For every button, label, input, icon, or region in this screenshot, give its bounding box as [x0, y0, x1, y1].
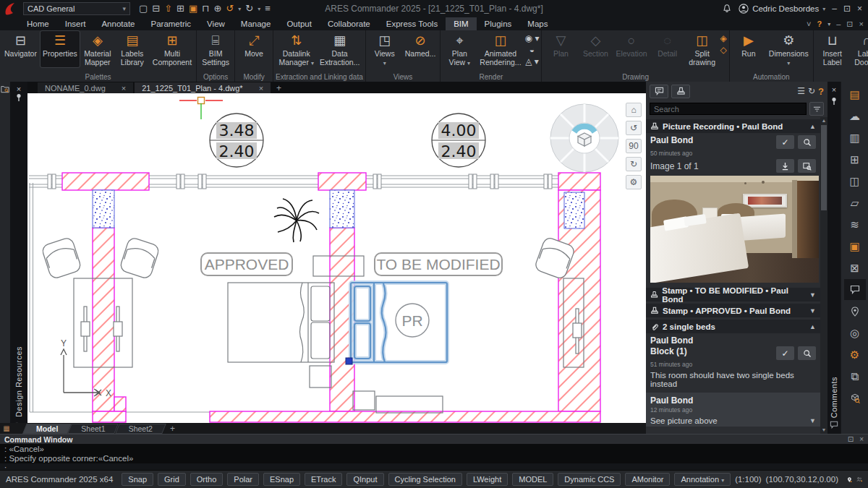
notifications-bell-icon[interactable] — [722, 4, 732, 14]
resolve-button[interactable]: ✓ — [776, 135, 794, 149]
toggle-amonitor[interactable]: AMonitor — [625, 473, 670, 486]
toggle-etrack[interactable]: ETrack — [305, 473, 342, 486]
drawing-canvas[interactable]: PR APPROVED TO BE MODIFIED 3.48 2.40 4.0… — [27, 93, 646, 423]
collapse-icon[interactable]: ▲ — [809, 323, 816, 330]
toggle-cycling-selection[interactable]: Cycling Selection — [388, 473, 462, 486]
pin-icon[interactable] — [15, 93, 22, 102]
wheel-settings-button[interactable]: ⚙ — [626, 175, 642, 189]
workspace-selector[interactable]: CAD General▾ — [23, 2, 130, 15]
stamp-tool-button[interactable] — [671, 85, 690, 98]
plan-button[interactable]: ▽Plan — [544, 31, 577, 67]
command-window-header[interactable]: Command Window ⊡ × — [0, 434, 868, 444]
close-button[interactable]: × — [857, 4, 862, 14]
navigation-wheel[interactable] — [548, 102, 621, 174]
attached-photo[interactable] — [650, 176, 819, 283]
command-history[interactable]: : «Cancel» : Specify opposite corner:«Ca… — [0, 444, 868, 470]
filter-button[interactable] — [809, 102, 824, 116]
menu-view[interactable]: View — [199, 17, 233, 30]
locate-button[interactable] — [798, 135, 816, 149]
materials-icon[interactable]: ⊞ — [844, 149, 866, 170]
collaboration-icon[interactable] — [856, 474, 862, 484]
locate-button[interactable] — [798, 346, 816, 360]
cloud-storage-icon[interactable]: ☁ — [844, 106, 866, 127]
menu-bim[interactable]: BIM — [446, 17, 476, 30]
layout-manager-icon[interactable]: ▦ — [1, 424, 12, 432]
show-drawing-icon[interactable]: ◈ — [720, 33, 727, 43]
menu-home[interactable]: Home — [19, 17, 57, 30]
multi-component-button[interactable]: ⊞MultiComponent — [150, 31, 194, 67]
expand-icon[interactable]: ▼ — [809, 291, 816, 299]
doc-close-button[interactable]: × — [859, 20, 864, 28]
export-icon[interactable]: ◫ — [844, 171, 866, 192]
dimensions-button[interactable]: ⚙Dimensions▾ — [767, 31, 811, 67]
comment-reference[interactable]: Block (1) — [650, 346, 687, 356]
sheet-tab-model[interactable]: Model — [25, 424, 69, 434]
toggle-qinput[interactable]: QInput — [346, 473, 383, 486]
menu-maps[interactable]: Maps — [519, 17, 556, 30]
split-drawing-button[interactable]: ◫Splitdrawing — [686, 31, 719, 67]
layers-icon[interactable]: ≋ — [844, 214, 866, 235]
pin-icon[interactable] — [830, 97, 838, 106]
toggle-ortho[interactable]: Ortho — [190, 473, 224, 486]
automation-gears-icon[interactable]: ⚙ — [844, 344, 866, 365]
customize-toolbar-icon[interactable]: ≡ — [265, 1, 271, 16]
scrollbar-thumb[interactable] — [821, 125, 827, 210]
material-mapper-button[interactable]: ◈MaterialMapper — [81, 31, 114, 67]
section-button[interactable]: ◇Section — [579, 31, 612, 67]
help-icon[interactable]: ? — [817, 20, 822, 28]
rotate-ccw-button[interactable]: ↺ — [626, 121, 642, 135]
home-view-button[interactable]: ⌂ — [626, 103, 642, 117]
new-file-icon[interactable]: ▢ — [139, 1, 148, 16]
doc-tab-noname[interactable]: NONAME_0.dwg× — [38, 82, 133, 93]
doc-tab-plan[interactable]: 21_1225_T01_Plan - 4.dwg*× — [135, 82, 271, 93]
panel-help-icon[interactable]: ? — [818, 86, 824, 97]
geolocation-icon[interactable] — [847, 474, 852, 485]
news-feed-icon[interactable]: ▥ — [844, 127, 866, 148]
import-icon[interactable]: ⇧ — [164, 1, 172, 16]
refresh-icon[interactable]: ↻ — [808, 86, 815, 96]
comment-tool-button[interactable] — [650, 85, 668, 98]
render-light-icon[interactable]: ◬ ▾ — [525, 56, 540, 67]
components-icon[interactable]: ▣ — [844, 236, 866, 257]
sheet-tab-sheet2[interactable]: Sheet2 — [117, 424, 164, 434]
close-panel-icon[interactable]: × — [17, 85, 21, 93]
lock-icon[interactable]: ⊓ — [202, 1, 209, 16]
render-walk-icon[interactable]: ◉ ▾ — [525, 33, 540, 43]
menu-collaborate[interactable]: Collaborate — [320, 17, 378, 30]
navigator-button[interactable]: ⊟Navigator — [2, 31, 39, 67]
comment-list-icon[interactable]: ☰ — [797, 86, 805, 96]
redo-icon[interactable]: ↻ — [245, 1, 253, 16]
sheet-set-icon[interactable]: ⊞ — [176, 1, 184, 16]
collapse-icon[interactable]: ▲ — [809, 123, 816, 130]
views-button[interactable]: ◳Views▾ — [368, 31, 401, 67]
plan-view-button[interactable]: ⌖PlanView ▾ — [443, 31, 476, 67]
named-views-button[interactable]: ⊘Named... — [403, 31, 438, 67]
help-caret-icon[interactable]: ▾ — [827, 21, 830, 27]
ribbon-collapse-icon[interactable]: ˅ — [807, 20, 811, 28]
search-input[interactable] — [650, 103, 807, 115]
menu-insert[interactable]: Insert — [57, 17, 94, 30]
picture-recording-header[interactable]: Picture Recording • Paul Bond▲ — [646, 119, 820, 133]
toggle-esnap[interactable]: ESnap — [263, 473, 300, 486]
elevation-button[interactable]: ○Elevation — [613, 31, 649, 67]
new-tab-button[interactable]: + — [272, 83, 286, 93]
grip-point[interactable] — [346, 358, 352, 364]
command-float-icon[interactable]: ⊡ — [848, 435, 854, 443]
restore-button[interactable]: ⊡ — [843, 4, 851, 14]
move-button[interactable]: ⤢Move — [237, 31, 271, 67]
hide-drawing-icon[interactable]: ◇ — [720, 45, 727, 55]
doc-minimize-button[interactable]: – — [836, 20, 841, 28]
sheet-tab-sheet1[interactable]: Sheet1 — [69, 424, 116, 434]
preview-image-button[interactable] — [798, 159, 816, 173]
stamp-approved-header[interactable]: Stamp • APPROVED • Paul Bond▼ — [646, 304, 820, 317]
web-icon[interactable]: ⊕ — [213, 1, 221, 16]
save-icon[interactable]: ▣ — [189, 1, 197, 16]
toggle-dynamic-ccs[interactable]: Dynamic CCS — [558, 473, 621, 486]
comments-palette-icon[interactable] — [844, 279, 866, 300]
properties-palette-icon[interactable]: ▤ — [844, 84, 866, 105]
menu-manage[interactable]: Manage — [233, 17, 279, 30]
open-folder-icon[interactable]: ▱ — [844, 192, 866, 213]
minimize-button[interactable]: – — [832, 4, 837, 14]
undo-caret-icon[interactable]: ▾ — [238, 6, 241, 12]
sheets-icon[interactable]: ⧉ — [844, 366, 866, 387]
